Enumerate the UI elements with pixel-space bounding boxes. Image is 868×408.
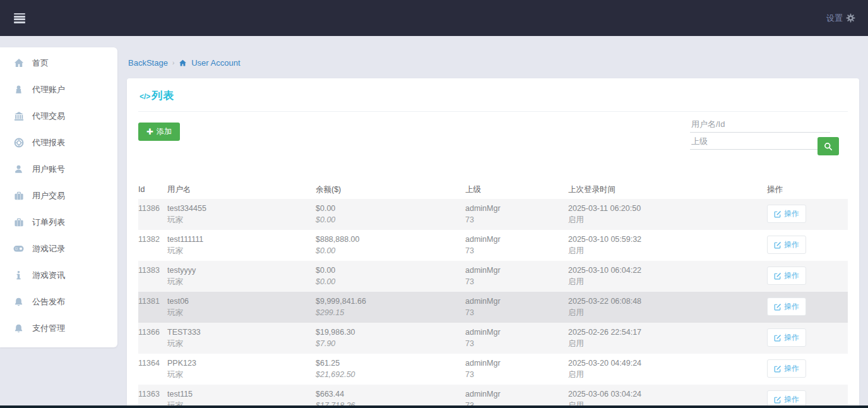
gamepad-icon [13,244,24,255]
agent-icon [13,85,24,95]
cell-balance: $0.00 $0.00 [316,261,465,292]
breadcrumb-separator: › [172,59,174,66]
cell-lastlogin: 2025-03-11 06:20:50 启用 [568,199,767,230]
home-icon [13,58,24,69]
settings-label: 设置 [826,13,843,24]
cell-actions: 操作 [767,323,848,354]
cell-balance: $61.25 $21,692.50 [316,354,465,385]
cell-id: 11382 [138,230,167,261]
cell-username: test115 玩家 [167,385,316,408]
row-action-button[interactable]: 操作 [767,297,806,316]
sidebar-item-label: 支付管理 [32,323,65,334]
cell-lastlogin: 2025-03-06 03:04:24 启用 [568,385,767,408]
breadcrumb-root-link[interactable]: BackStage [128,58,168,68]
cell-lastlogin: 2025-03-20 04:49:24 启用 [568,354,767,385]
toolbar: ✚ 添加 [138,112,848,180]
sidebar-item-game-records[interactable]: 游戏记录 [0,236,117,262]
main-content: BackStage › User Account </> 列表 ✚ 添加 [127,36,859,408]
cell-balance: $663.44 $17,718.26 [316,385,465,408]
cell-username: PPK123 玩家 [167,354,316,385]
cell-balance: $9,999,841.66 $299.15 [316,292,465,323]
cell-actions: 操作 [767,354,848,385]
breadcrumb-current-link[interactable]: User Account [191,58,240,68]
cell-parent: adminMgr 73 [465,323,568,354]
col-header-parent: 上级 [465,181,568,199]
parent-input[interactable] [690,133,830,150]
cell-lastlogin: 2025-03-22 06:08:48 启用 [568,292,767,323]
cell-parent: adminMgr 73 [465,354,568,385]
sidebar-item-agent-transactions[interactable]: 代理交易 [0,103,117,129]
sidebar-item-label: 代理报表 [32,137,65,148]
table-row: 11363 test115 玩家 $663.44 $17,718.26 admi… [138,385,848,408]
edit-icon [774,272,782,280]
sidebar-item-user-account[interactable]: 用户账号 [0,156,117,183]
sidebar-item-agent-reports[interactable]: 代理报表 [0,129,117,156]
table-row: 11383 testyyyy 玩家 $0.00 $0.00 adminMgr 7… [138,261,848,292]
col-header-username: 用户名 [167,181,316,199]
sidebar: 首页 代理账户 代理交易 代理报表 用户账号 用户交易 订单列表 [0,47,117,347]
sidebar-item-label: 订单列表 [32,217,65,228]
sidebar-item-label: 用户账号 [32,164,65,175]
table-row: 11382 test111111 玩家 $888,888.00 $0.00 ad… [138,230,848,261]
list-panel: </> 列表 ✚ 添加 Id 用户名 余额($) [127,78,859,408]
col-header-lastlogin: 上次登录时间 [568,181,767,199]
page-title: 列表 [152,88,174,103]
gear-icon [846,13,855,23]
cell-balance: $0.00 $0.00 [316,199,465,230]
add-button[interactable]: ✚ 添加 [138,123,180,141]
bell-icon [13,323,24,334]
cell-id: 11381 [138,292,167,323]
row-action-label: 操作 [784,394,799,405]
search-button[interactable] [817,137,839,155]
sidebar-item-game-news[interactable]: 游戏资讯 [0,262,117,289]
code-icon: </> [140,92,150,101]
row-action-label: 操作 [784,239,799,250]
table-row: 11366 TEST333 玩家 $19,986.30 $7.90 adminM… [138,323,848,354]
sidebar-item-home[interactable]: 首页 [0,50,117,76]
sidebar-item-label: 代理账户 [32,84,65,95]
edit-icon [774,334,782,342]
edit-icon [774,365,782,373]
table-header-row: Id 用户名 余额($) 上级 上次登录时间 操作 [138,180,848,199]
col-header-id: Id [138,181,167,198]
lifering-icon [13,138,24,148]
cell-username: test111111 玩家 [167,230,316,261]
cell-actions: 操作 [767,385,848,408]
sidebar-item-label: 用户交易 [32,190,65,201]
top-navbar: 设置 [0,0,868,36]
row-action-label: 操作 [784,332,799,343]
cell-username: testyyyy 玩家 [167,261,316,292]
cell-parent: adminMgr 73 [465,199,568,230]
search-icon [824,142,833,151]
table-row: 11364 PPK123 玩家 $61.25 $21,692.50 adminM… [138,354,848,385]
edit-icon [774,210,782,218]
sidebar-item-order-list[interactable]: 订单列表 [0,209,117,236]
row-action-label: 操作 [784,208,799,219]
cell-lastlogin: 2025-03-10 06:04:22 启用 [568,261,767,292]
cell-actions: 操作 [767,199,848,230]
breadcrumb: BackStage › User Account [128,58,859,68]
window-bottom-edge [0,405,868,408]
edit-icon [774,241,782,249]
sidebar-item-agent-account[interactable]: 代理账户 [0,76,117,103]
row-action-button[interactable]: 操作 [767,359,806,378]
cell-id: 11366 [138,323,167,354]
cell-actions: 操作 [767,261,848,292]
sidebar-item-payment-management[interactable]: 支付管理 [0,315,117,342]
sidebar-item-announcements[interactable]: 公告发布 [0,289,117,315]
sidebar-item-user-transactions[interactable]: 用户交易 [0,183,117,209]
sidebar-item-label: 代理交易 [32,111,65,122]
cell-id: 11386 [138,199,167,230]
cell-parent: adminMgr 73 [465,230,568,261]
cell-actions: 操作 [767,292,848,323]
sidebar-item-label: 公告发布 [32,296,65,308]
row-action-button[interactable]: 操作 [767,328,806,347]
settings-button[interactable]: 设置 [826,13,855,24]
cell-username: TEST333 玩家 [167,323,316,354]
suitcase-icon [13,191,24,201]
menu-toggle-icon[interactable] [14,13,28,24]
row-action-button[interactable]: 操作 [767,236,806,254]
row-action-button[interactable]: 操作 [767,205,806,223]
row-action-button[interactable]: 操作 [767,267,806,285]
username-id-input[interactable] [690,116,830,133]
